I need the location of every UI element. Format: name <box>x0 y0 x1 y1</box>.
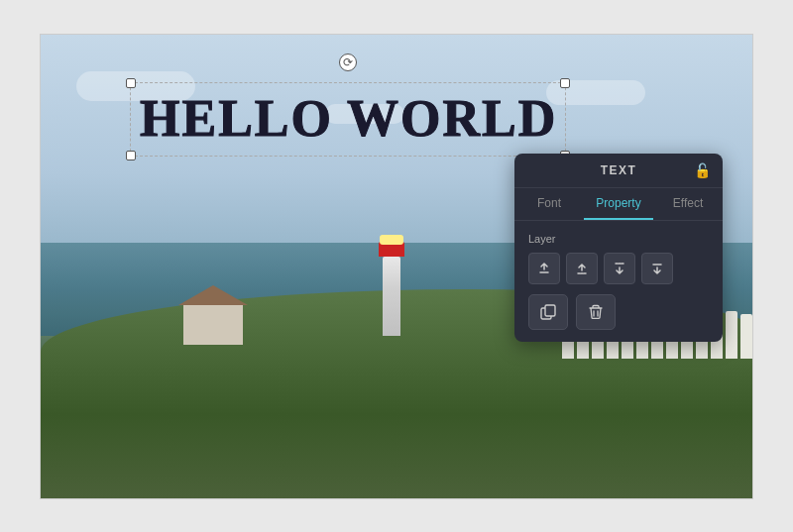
lighthouse-light <box>380 235 403 245</box>
tab-font[interactable]: Font <box>514 188 584 220</box>
text-panel: TEXT 🔓 Font Property Effect Layer <box>514 154 723 342</box>
delete-button[interactable] <box>576 294 616 330</box>
fence-board <box>740 314 752 359</box>
hello-world-text[interactable]: HELLO WORLD <box>140 90 557 147</box>
send-to-back-button[interactable] <box>641 253 673 284</box>
cloud-3 <box>546 80 645 105</box>
action-buttons <box>528 294 709 330</box>
bring-to-front-button[interactable] <box>528 253 560 284</box>
lock-icon[interactable]: 🔓 <box>694 162 711 178</box>
send-backward-button[interactable] <box>604 253 635 284</box>
canvas[interactable]: HELLO WORLD TEXT 🔓 Font Property Effect … <box>40 34 753 499</box>
duplicate-button[interactable] <box>528 294 568 330</box>
fence-board <box>726 311 737 359</box>
bring-forward-button[interactable] <box>566 253 598 284</box>
lighthouse <box>383 257 400 336</box>
panel-tabs: Font Property Effect <box>514 188 723 221</box>
house <box>183 305 243 345</box>
tab-property[interactable]: Property <box>584 188 653 220</box>
tab-effect[interactable]: Effect <box>653 188 723 220</box>
panel-body: Layer <box>514 221 723 342</box>
house-roof <box>178 285 248 305</box>
text-element[interactable]: HELLO WORLD <box>140 89 557 148</box>
panel-title: TEXT <box>601 163 637 177</box>
svg-rect-5 <box>545 305 555 316</box>
layer-label: Layer <box>528 233 709 245</box>
layer-controls <box>528 253 709 284</box>
panel-header: TEXT 🔓 <box>514 154 723 188</box>
